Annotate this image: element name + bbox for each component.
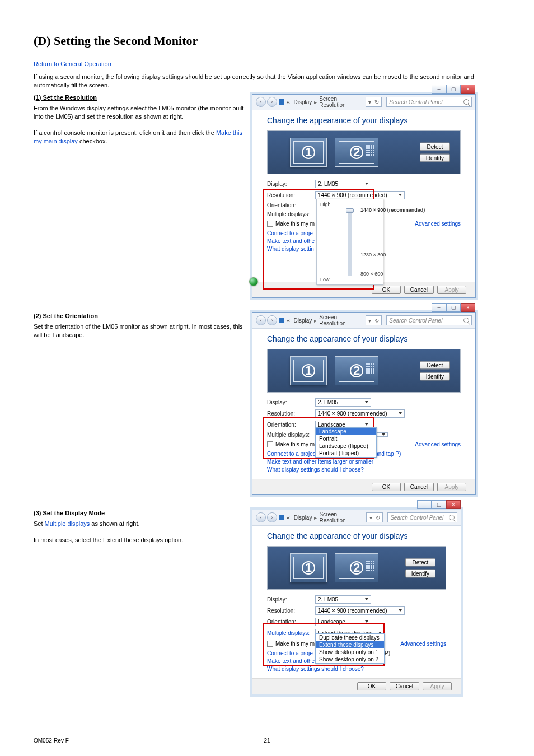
monitor-1[interactable]: 1 bbox=[290, 138, 327, 167]
nav-back-button[interactable]: ‹ bbox=[256, 512, 266, 522]
multiple-option-only2[interactable]: Show desktop only on 2 bbox=[316, 656, 384, 663]
multiple-option-duplicate[interactable]: Duplicate these displays bbox=[316, 634, 384, 641]
cancel-button[interactable]: Cancel bbox=[390, 682, 419, 690]
monitor-preview[interactable]: 1 2 Detect Identify bbox=[267, 546, 446, 590]
close-button[interactable]: × bbox=[446, 500, 461, 509]
slider-low-label: Low bbox=[320, 277, 380, 282]
orientation-select[interactable]: Landscape bbox=[315, 618, 371, 626]
resolution-select[interactable]: 1440 × 900 (recommended) bbox=[315, 409, 405, 418]
monitor-2[interactable]: 2 bbox=[335, 553, 378, 582]
identify-button[interactable]: Identify bbox=[420, 372, 450, 380]
minimize-button[interactable]: – bbox=[432, 303, 446, 312]
monitor-2[interactable]: 2 bbox=[335, 356, 378, 385]
orientation-option-landscape[interactable]: Landscape bbox=[316, 428, 376, 435]
search-input[interactable]: Search Control Panel bbox=[386, 315, 472, 325]
close-button[interactable]: × bbox=[461, 303, 475, 312]
page-title: (D) Setting the Second Monitor bbox=[34, 34, 500, 48]
advanced-settings-link[interactable]: Advanced settings bbox=[415, 441, 461, 447]
address-field[interactable]: ▾↻ bbox=[366, 97, 382, 107]
make-main-checkbox[interactable] bbox=[267, 441, 273, 447]
cancel-button[interactable]: Cancel bbox=[404, 286, 434, 294]
make-main-checkbox[interactable] bbox=[267, 641, 273, 647]
detect-button[interactable]: Detect bbox=[405, 558, 435, 566]
multiple-label: Multiple displays: bbox=[267, 630, 315, 636]
search-input[interactable]: Search Control Panel bbox=[387, 512, 457, 522]
cancel-button[interactable]: Cancel bbox=[404, 483, 434, 491]
chevron-down-icon bbox=[365, 401, 368, 403]
item3-heading: (3) Set the Display Mode bbox=[34, 510, 252, 516]
detect-button[interactable]: Detect bbox=[420, 361, 450, 369]
maximize-button[interactable]: ▢ bbox=[446, 85, 461, 94]
multiple-option-extend[interactable]: Extend these displays bbox=[316, 641, 384, 648]
detect-button[interactable]: Detect bbox=[420, 142, 450, 151]
display-icon bbox=[279, 515, 284, 520]
chevron-down-icon bbox=[382, 433, 385, 436]
start-orb-icon bbox=[249, 277, 266, 287]
monitor-2[interactable]: 2 bbox=[335, 138, 378, 167]
identify-button[interactable]: Identify bbox=[405, 569, 435, 577]
minimize-button[interactable]: – bbox=[417, 500, 432, 509]
resolution-select[interactable]: 1440 × 900 (recommended) bbox=[315, 606, 405, 615]
advanced-settings-link[interactable]: Advanced settings bbox=[415, 221, 461, 227]
chevron-down-icon bbox=[365, 423, 368, 426]
minimize-button[interactable]: – bbox=[432, 85, 446, 94]
maximize-button[interactable]: ▢ bbox=[432, 500, 446, 509]
intro-text: If using a second monitor, the following… bbox=[34, 73, 500, 90]
chevron-down-icon bbox=[399, 194, 402, 196]
close-button[interactable]: × bbox=[461, 85, 475, 94]
monitor-preview[interactable]: 1 2 Detect Identify bbox=[267, 349, 461, 393]
make-main-checkbox[interactable] bbox=[267, 221, 273, 227]
orientation-option-portrait-flipped[interactable]: Portrait (flipped) bbox=[316, 450, 376, 457]
apply-button[interactable]: Apply bbox=[423, 682, 452, 690]
which-settings-link[interactable]: What display settings should I choose? bbox=[267, 666, 446, 672]
address-field[interactable]: ▾↻ bbox=[366, 315, 382, 325]
display-select[interactable]: 2. LM05 bbox=[315, 398, 371, 407]
return-link[interactable]: Return to General Operation bbox=[34, 60, 111, 67]
nav-forward-button[interactable]: › bbox=[267, 512, 277, 522]
slider-thumb[interactable] bbox=[346, 208, 354, 213]
resolution-slider-panel[interactable]: High 1440 × 900 (recommended) 1280 × 800… bbox=[316, 199, 383, 285]
breadcrumb[interactable]: « Display ▸ Screen Resolution bbox=[279, 511, 362, 524]
ok-button[interactable]: OK bbox=[372, 483, 401, 491]
nav-back-button[interactable]: ‹ bbox=[256, 97, 266, 107]
multiple-option-only1[interactable]: Show desktop only on 1 bbox=[316, 648, 384, 656]
nav-forward-button[interactable]: › bbox=[267, 97, 277, 107]
breadcrumb[interactable]: « Display ▸ Screen Resolution bbox=[279, 96, 361, 108]
nav-forward-button[interactable]: › bbox=[267, 315, 277, 325]
display-select[interactable]: 2. LM05 bbox=[315, 595, 371, 604]
orientation-option-landscape-flipped[interactable]: Landscape (flipped) bbox=[316, 442, 376, 450]
proj-trunc: Connect to a proje bbox=[267, 650, 313, 656]
monitor-1[interactable]: 1 bbox=[290, 553, 327, 582]
apply-button[interactable]: Apply bbox=[437, 483, 466, 491]
ok-button[interactable]: OK bbox=[372, 286, 401, 294]
display-label: Display: bbox=[267, 399, 315, 405]
orientation-dropdown[interactable]: Landscape Portrait Landscape (flipped) P… bbox=[315, 427, 377, 458]
chevron-down-icon bbox=[365, 620, 368, 623]
nav-back-button[interactable]: ‹ bbox=[256, 315, 266, 325]
resolution-value: 1440 × 900 (recommended) bbox=[318, 608, 387, 614]
display-select[interactable]: 2. LM05 bbox=[315, 180, 371, 188]
text-size-link[interactable]: Make text and other items larger or smal… bbox=[267, 459, 461, 465]
slider-res-3: 800 × 600 bbox=[360, 271, 383, 277]
chevron-down-icon bbox=[399, 609, 402, 612]
resolution-select[interactable]: 1440 × 900 (recommended) bbox=[315, 191, 405, 199]
make-main-label: Make this my m bbox=[275, 441, 315, 447]
item1-line2b: checkbox. bbox=[79, 138, 107, 144]
breadcrumb[interactable]: « Display ▸ Screen Resolution bbox=[279, 314, 361, 326]
apply-button[interactable]: Apply bbox=[437, 286, 466, 294]
monitor-1[interactable]: 1 bbox=[290, 356, 327, 385]
monitor-preview[interactable]: 1 2 Detect Identify bbox=[267, 130, 461, 174]
advanced-settings-link[interactable]: Advanced settings bbox=[400, 641, 446, 647]
search-input[interactable]: Search Control Panel bbox=[386, 97, 472, 107]
maximize-button[interactable]: ▢ bbox=[446, 303, 461, 312]
orientation-option-portrait[interactable]: Portrait bbox=[316, 435, 376, 442]
ok-button[interactable]: OK bbox=[357, 682, 386, 690]
resolution-label: Resolution: bbox=[267, 192, 315, 198]
address-field[interactable]: ▾↻ bbox=[366, 512, 383, 522]
resolution-label: Resolution: bbox=[267, 608, 315, 614]
orientation-value: Landscape bbox=[318, 619, 345, 625]
multiple-dropdown[interactable]: Duplicate these displays Extend these di… bbox=[315, 633, 385, 664]
identify-button[interactable]: Identify bbox=[420, 153, 450, 162]
which-settings-link[interactable]: What display settings should I choose? bbox=[267, 466, 461, 473]
footer-revision: OM052-Rev F bbox=[34, 738, 69, 744]
